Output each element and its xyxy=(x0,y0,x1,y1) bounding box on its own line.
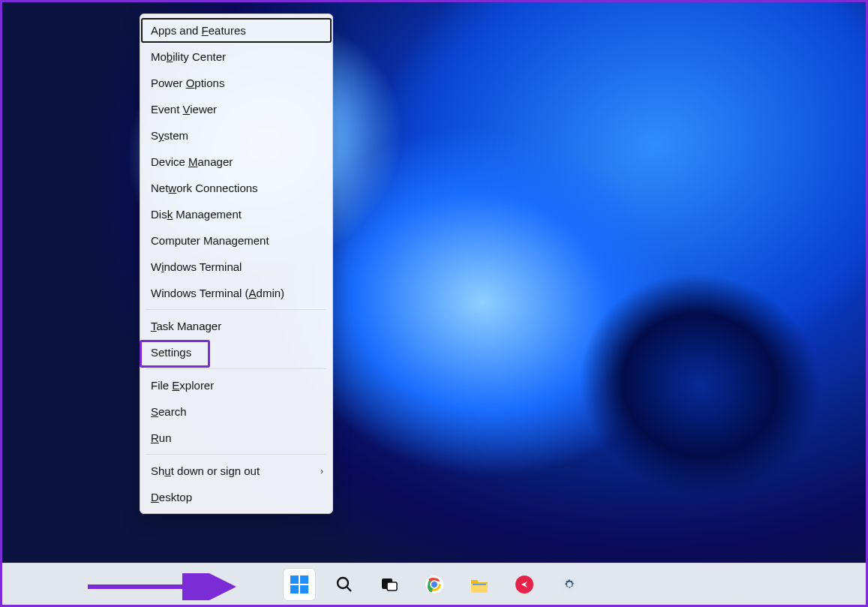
menu-item-device-manager[interactable]: Device Manager xyxy=(140,149,332,175)
desktop-wallpaper xyxy=(2,2,866,605)
menu-item-network-connections[interactable]: Network Connections xyxy=(140,175,332,201)
windows-logo-icon xyxy=(290,575,309,594)
svg-rect-1 xyxy=(300,575,308,584)
svg-point-9 xyxy=(431,581,437,587)
getscreen-icon xyxy=(515,575,534,594)
menu-separator xyxy=(146,309,326,310)
folder-icon xyxy=(470,575,489,594)
menu-item-search[interactable]: Search xyxy=(140,398,332,425)
search-icon xyxy=(335,575,353,593)
settings-app[interactable] xyxy=(553,568,586,601)
menu-item-windows-terminal-admin[interactable]: Windows Terminal (Admin) xyxy=(140,280,332,306)
taskbar xyxy=(2,563,866,605)
gear-icon xyxy=(560,575,579,594)
menu-item-mobility-center[interactable]: Mobility Center xyxy=(140,44,332,70)
task-view-icon xyxy=(380,575,398,593)
menu-item-apps-features[interactable]: Apps and Features xyxy=(140,17,332,44)
svg-rect-3 xyxy=(300,585,308,593)
svg-point-14 xyxy=(566,581,571,586)
menu-item-system[interactable]: System xyxy=(140,122,332,149)
task-view-button[interactable] xyxy=(373,568,406,601)
menu-item-task-manager[interactable]: Task Manager xyxy=(140,313,332,339)
menu-item-settings[interactable]: Settings xyxy=(140,339,332,365)
menu-item-desktop[interactable]: Desktop xyxy=(140,484,332,510)
menu-item-computer-management[interactable]: Computer Management xyxy=(140,227,332,254)
svg-rect-11 xyxy=(473,584,486,585)
menu-separator xyxy=(146,454,326,455)
menu-item-shutdown-signout[interactable]: Shut down or sign out› xyxy=(140,458,332,484)
file-explorer-app[interactable] xyxy=(463,568,496,601)
menu-item-windows-terminal[interactable]: Windows Terminal xyxy=(140,254,332,280)
winx-context-menu: Apps and FeaturesMobility CenterPower Op… xyxy=(140,14,333,514)
svg-rect-7 xyxy=(387,582,397,590)
svg-point-4 xyxy=(338,578,348,588)
chevron-right-icon: › xyxy=(320,466,323,476)
menu-item-disk-management[interactable]: Disk Management xyxy=(140,201,332,227)
menu-item-power-options[interactable]: Power Options xyxy=(140,70,332,96)
svg-rect-2 xyxy=(290,585,299,593)
getscreen-app[interactable] xyxy=(508,568,541,601)
chrome-icon xyxy=(425,575,444,594)
search-button[interactable] xyxy=(328,568,361,601)
menu-item-file-explorer[interactable]: File Explorer xyxy=(140,372,332,398)
chrome-app[interactable] xyxy=(418,568,451,601)
menu-item-event-viewer[interactable]: Event Viewer xyxy=(140,96,332,122)
menu-item-run[interactable]: Run xyxy=(140,425,332,451)
svg-rect-0 xyxy=(290,575,299,584)
menu-separator xyxy=(146,368,326,369)
svg-line-5 xyxy=(347,587,351,591)
start-button[interactable] xyxy=(283,568,316,601)
